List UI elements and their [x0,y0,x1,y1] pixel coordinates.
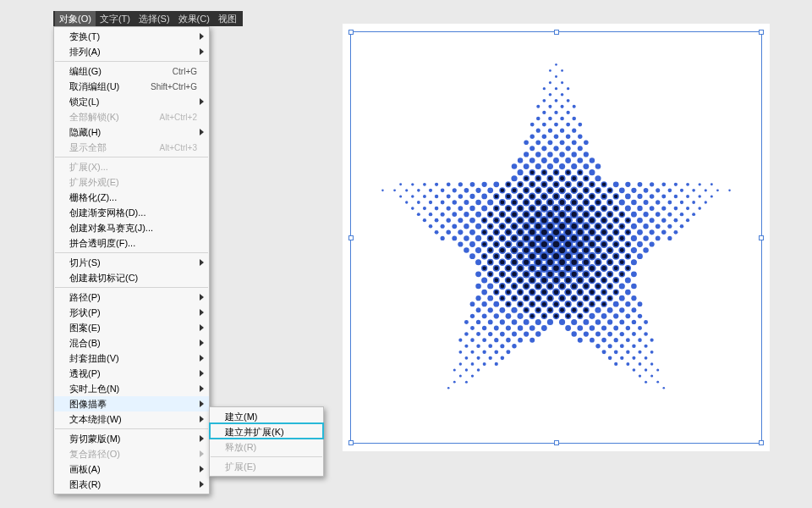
menu-item-label: 切片(S) [69,257,197,269]
menu-item[interactable]: 栅格化(Z)... [54,190,209,205]
menu-bar-item[interactable]: 对象(O) [55,11,96,27]
submenu-item: 扩展(E) [210,459,323,474]
submenu-item-label: 建立(M) [225,411,311,423]
resize-handle-ne[interactable] [759,30,764,35]
menu-item[interactable]: 切片(S) [54,255,209,270]
menu-item-label: 显示全部 [69,141,160,154]
submenu-item-label: 建立并扩展(K) [225,426,311,439]
menu-separator [55,287,208,288]
submenu-item[interactable]: 建立并扩展(K) [210,424,323,439]
menu-item: 全部解锁(K)Alt+Ctrl+2 [54,109,209,124]
menu-item[interactable]: 编组(G)Ctrl+G [54,64,209,79]
submenu-arrow-icon [200,435,204,442]
menu-item: 显示全部Alt+Ctrl+3 [54,140,209,155]
menu-item-label: 拼合透明度(F)... [69,237,197,250]
menu-item[interactable]: 封套扭曲(V) [54,351,209,366]
resize-handle-e[interactable] [759,235,764,240]
menu-item-label: 隐藏(H) [69,126,197,139]
menu-separator [55,252,208,253]
resize-handle-n[interactable] [554,30,559,35]
submenu-arrow-icon [200,370,204,377]
menu-item: 扩展外观(E) [54,174,209,190]
submenu-item-label: 释放(R) [225,441,311,454]
submenu-arrow-icon [200,129,204,135]
menu-item[interactable]: 形状(P) [54,305,209,320]
resize-handle-w[interactable] [348,235,354,240]
menu-item[interactable]: 锁定(L) [54,94,209,109]
menu-item-label: 创建裁切标记(C) [69,272,197,284]
menu-item[interactable]: 取消编组(U)Shift+Ctrl+G [54,79,209,94]
menu-item[interactable]: 实时上色(N) [54,381,209,396]
menu-item-label: 变换(T) [69,30,197,43]
menu-item[interactable]: 图像描摹 [54,396,209,411]
submenu-arrow-icon [200,48,204,55]
menu-item[interactable]: 图案(E) [54,320,209,335]
menu-item-label: 路径(P) [69,291,197,304]
menu-item[interactable]: 拼合透明度(F)... [54,235,209,251]
resize-handle-sw[interactable] [348,440,354,445]
menu-item-shortcut: Ctrl+G [173,67,197,76]
menu-item-label: 图案(E) [69,322,197,334]
menu-item-label: 剪切蒙版(M) [69,433,197,445]
submenu-arrow-icon [200,324,204,331]
menu-item-shortcut: Alt+Ctrl+2 [160,113,197,122]
menu-item-label: 扩展外观(E) [69,176,197,189]
menu-bar-item[interactable]: 效果(C) [174,11,214,27]
menu-item-shortcut: Shift+Ctrl+G [151,82,197,91]
menu-item-label: 创建对象马赛克(J)... [69,222,197,235]
menu-item[interactable]: 路径(P) [54,290,209,305]
menu-item-label: 形状(P) [69,306,197,319]
menu-item-label: 锁定(L) [69,96,197,108]
menu-item-label: 全部解锁(K) [69,111,160,124]
menu-bar-item[interactable]: 选择(S) [134,11,174,27]
menu-item-label: 画板(A) [69,463,197,476]
menu-item-shortcut: Alt+Ctrl+3 [160,143,197,152]
submenu-item[interactable]: 建立(M) [210,409,323,424]
menu-item-label: 排列(A) [69,46,197,58]
submenu-arrow-icon [200,340,204,346]
menu-item-label: 图表(R) [69,478,197,491]
menu-item[interactable]: 剪切蒙版(M) [54,431,209,446]
menu-bar-item[interactable]: 视图 [214,11,241,27]
menu-item[interactable]: 变换(T) [54,29,209,44]
menu-item-label: 编组(G) [69,65,173,78]
menu-item[interactable]: 创建渐变网格(D)... [54,205,209,220]
resize-handle-nw[interactable] [348,30,354,35]
submenu-arrow-icon [200,355,204,362]
submenu-arrow-icon [200,416,204,422]
menu-item-label: 透视(P) [69,367,197,380]
submenu-arrow-icon [200,259,204,266]
submenu-arrow-icon [200,481,204,488]
menu-item[interactable]: 透视(P) [54,366,209,381]
submenu-arrow-icon [200,400,204,407]
menu-separator [55,157,208,157]
menu-item-label: 栅格化(Z)... [69,191,197,204]
menu-item[interactable]: 创建对象马赛克(J)... [54,220,209,235]
menu-item[interactable]: 排列(A) [54,44,209,59]
submenu-arrow-icon [200,466,204,472]
menu-item-label: 封套扭曲(V) [69,352,197,365]
menu-separator [211,456,322,457]
menu-item-label: 取消编组(U) [69,80,151,93]
menu-separator [55,61,208,62]
menu-item[interactable]: 混合(B) [54,335,209,351]
object-menu-dropdown: 变换(T)排列(A)编组(G)Ctrl+G取消编组(U)Shift+Ctrl+G… [53,26,210,494]
menu-bar-item[interactable]: 文字(T) [96,11,134,27]
image-trace-submenu: 建立(M)建立并扩展(K)释放(R)扩展(E) [209,406,324,477]
menu-item[interactable]: 画板(A) [54,461,209,477]
menu-item-label: 实时上色(N) [69,383,197,395]
resize-handle-s[interactable] [554,440,559,445]
menu-item[interactable]: 文本绕排(W) [54,411,209,427]
submenu-item-label: 扩展(E) [225,461,311,473]
submenu-arrow-icon [200,33,204,40]
selection-bounding-box[interactable] [350,31,762,444]
menu-item-label: 扩展(X)... [69,161,197,174]
menu-item[interactable]: 图表(R) [54,477,209,492]
menu-item: 复合路径(O) [54,446,209,461]
menu-item[interactable]: 创建裁切标记(C) [54,270,209,285]
submenu-item: 释放(R) [210,439,323,455]
menu-item[interactable]: 隐藏(H) [54,124,209,140]
resize-handle-se[interactable] [759,440,764,445]
submenu-arrow-icon [200,385,204,392]
menu-bar: 对象(O)文字(T)选择(S)效果(C)视图 [53,11,243,26]
